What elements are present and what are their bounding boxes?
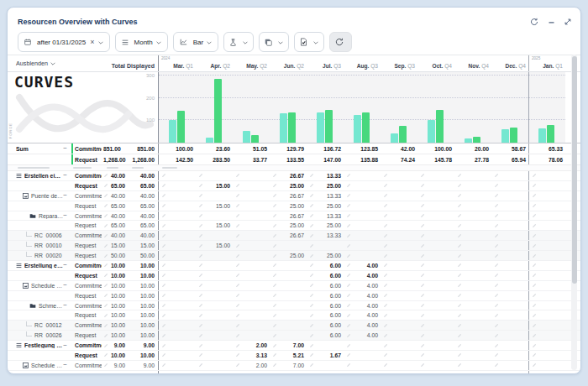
- table-row[interactable]: Erstellung eine...−Commitment10.0010.006…: [8, 261, 580, 271]
- month-cell[interactable]: [528, 201, 565, 211]
- refresh-button[interactable]: [329, 32, 352, 52]
- edit-icon[interactable]: [198, 183, 203, 188]
- edit-icon[interactable]: [420, 303, 425, 308]
- tree-cell[interactable]: RR_00026: [8, 331, 71, 340]
- edit-icon[interactable]: [420, 173, 425, 178]
- month-cell[interactable]: 13.33: [307, 231, 344, 240]
- month-cell[interactable]: 4.00: [344, 301, 381, 310]
- edit-icon[interactable]: [346, 203, 351, 208]
- tree-cell[interactable]: RR_00010: [8, 241, 71, 250]
- month-cell[interactable]: [344, 251, 381, 260]
- month-cell[interactable]: [344, 241, 381, 250]
- edit-icon[interactable]: [161, 173, 166, 178]
- edit-icon[interactable]: [161, 363, 166, 368]
- edit-icon[interactable]: [420, 333, 425, 338]
- month-cell[interactable]: [381, 251, 417, 260]
- edit-icon[interactable]: [494, 243, 499, 248]
- edit-icon[interactable]: [235, 243, 240, 248]
- edit-icon[interactable]: [532, 223, 537, 228]
- month-cell[interactable]: [159, 271, 196, 280]
- edit-icon[interactable]: [103, 273, 108, 278]
- bar-commitment[interactable]: [465, 138, 472, 143]
- total-cell[interactable]: 10.00: [102, 331, 127, 340]
- month-cell[interactable]: [307, 361, 344, 370]
- month-header[interactable]: Jun. Q2: [270, 55, 307, 71]
- month-cell[interactable]: [491, 341, 528, 350]
- month-cell[interactable]: [454, 171, 491, 180]
- edit-icon[interactable]: [103, 263, 108, 268]
- edit-icon[interactable]: [235, 303, 240, 308]
- edit-icon[interactable]: [494, 352, 499, 357]
- edit-icon[interactable]: [457, 183, 462, 188]
- month-cell[interactable]: [381, 221, 417, 230]
- edit-icon[interactable]: [198, 303, 203, 308]
- month-cell[interactable]: [417, 201, 454, 211]
- edit-icon[interactable]: [532, 253, 537, 258]
- month-cell[interactable]: [454, 221, 491, 230]
- month-cell[interactable]: [528, 341, 565, 350]
- month-cell[interactable]: [454, 351, 491, 360]
- month-cell[interactable]: 13.33: [307, 191, 344, 201]
- month-cell[interactable]: 6.00: [307, 331, 344, 340]
- month-cell[interactable]: [381, 281, 417, 290]
- edit-icon[interactable]: [457, 213, 462, 218]
- edit-icon[interactable]: [235, 323, 240, 328]
- edit-icon[interactable]: [103, 203, 108, 208]
- edit-icon[interactable]: [198, 373, 203, 374]
- month-cell[interactable]: [344, 341, 381, 350]
- month-cell[interactable]: [381, 321, 417, 330]
- edit-icon[interactable]: [494, 213, 499, 218]
- collapse-icon[interactable]: −: [63, 282, 67, 289]
- month-cell[interactable]: [307, 241, 344, 250]
- bar-request[interactable]: [510, 128, 517, 143]
- month-cell[interactable]: [417, 211, 454, 221]
- month-cell[interactable]: [491, 351, 528, 360]
- edit-icon[interactable]: [346, 373, 351, 374]
- edit-icon[interactable]: [346, 223, 351, 228]
- date-filter-button[interactable]: after 01/31/2025 ×: [18, 32, 110, 52]
- edit-icon[interactable]: [272, 333, 277, 338]
- month-cell[interactable]: [159, 371, 196, 374]
- month-cell[interactable]: [344, 191, 381, 201]
- month-cell[interactable]: [381, 291, 417, 300]
- total-cell[interactable]: 10.00: [102, 371, 127, 374]
- edit-icon[interactable]: [198, 203, 203, 208]
- edit-icon[interactable]: [383, 263, 388, 268]
- month-cell[interactable]: [417, 331, 454, 340]
- edit-icon[interactable]: [532, 333, 537, 338]
- month-cell[interactable]: 3.13: [233, 351, 270, 360]
- month-cell[interactable]: [491, 371, 528, 374]
- month-cell[interactable]: [417, 231, 454, 240]
- month-cell[interactable]: 1.67: [307, 351, 344, 360]
- edit-icon[interactable]: [103, 213, 108, 218]
- month-cell[interactable]: [344, 181, 381, 190]
- bar-request[interactable]: [251, 135, 259, 143]
- month-cell[interactable]: [159, 301, 196, 310]
- month-cell[interactable]: [528, 301, 565, 310]
- edit-icon[interactable]: [198, 333, 203, 338]
- edit-icon[interactable]: [383, 283, 388, 288]
- tree-cell[interactable]: Sum−: [8, 143, 71, 154]
- month-header[interactable]: Dec. Q4: [491, 55, 528, 71]
- month-cell[interactable]: [270, 281, 307, 290]
- month-cell[interactable]: [454, 191, 491, 201]
- month-cell[interactable]: [233, 331, 270, 340]
- bar-request[interactable]: [362, 112, 370, 143]
- edit-icon[interactable]: [103, 323, 108, 328]
- collapse-icon[interactable]: −: [63, 302, 67, 309]
- table-row[interactable]: Schedule SP...−Commitment9.009.002.007.0…: [8, 361, 580, 371]
- edit-icon[interactable]: [272, 313, 277, 318]
- edit-icon[interactable]: [383, 293, 388, 298]
- month-cell[interactable]: 25.00: [270, 181, 307, 190]
- month-cell[interactable]: 25.00: [270, 201, 307, 211]
- month-cell[interactable]: [491, 271, 528, 280]
- month-cell[interactable]: [196, 211, 233, 221]
- edit-icon[interactable]: [420, 223, 425, 228]
- month-cell[interactable]: [528, 171, 565, 180]
- month-cell[interactable]: 4.00: [344, 271, 381, 280]
- edit-icon[interactable]: [494, 223, 499, 228]
- month-cell[interactable]: [344, 361, 381, 370]
- edit-icon[interactable]: [103, 373, 108, 374]
- month-cell[interactable]: [270, 321, 307, 330]
- edit-icon[interactable]: [532, 343, 537, 348]
